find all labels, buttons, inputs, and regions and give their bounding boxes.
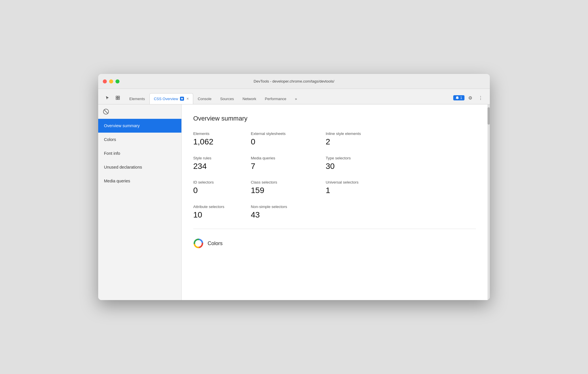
stat-inline-style-elements: Inline style elements 2 bbox=[326, 131, 401, 147]
stat-media-queries-value: 7 bbox=[251, 161, 326, 171]
sidebar-item-media-queries-label: Media queries bbox=[104, 179, 130, 183]
notifications-button[interactable]: 1 bbox=[453, 95, 464, 100]
devtools-body: Overview summary Colors Font info Unused… bbox=[98, 104, 490, 300]
stat-attribute-selectors-label: Attribute selectors bbox=[193, 205, 251, 209]
stat-universal-selectors-value: 1 bbox=[326, 186, 401, 195]
toolbar-left bbox=[100, 93, 125, 104]
svg-rect-3 bbox=[118, 98, 120, 100]
tab-network-label: Network bbox=[242, 97, 256, 101]
tab-css-overview-label: CSS Overview bbox=[154, 97, 178, 101]
tab-performance[interactable]: Performance bbox=[261, 93, 290, 104]
stat-external-stylesheets: External stylesheets 0 bbox=[251, 131, 326, 147]
sidebar-item-font-info-label: Font info bbox=[104, 151, 120, 156]
stat-class-selectors: Class selectors 159 bbox=[251, 180, 326, 195]
tab-network[interactable]: Network bbox=[238, 93, 260, 104]
stat-non-simple-selectors-label: Non-simple selectors bbox=[251, 205, 326, 209]
inspect-icon[interactable] bbox=[113, 93, 122, 102]
colors-section: Colors bbox=[193, 238, 476, 254]
stat-id-selectors-label: ID selectors bbox=[193, 180, 251, 184]
stats-grid: Elements 1,062 External stylesheets 0 In… bbox=[193, 131, 476, 220]
block-icon bbox=[103, 108, 109, 115]
sidebar-item-colors-label: Colors bbox=[104, 137, 116, 142]
tab-sources-label: Sources bbox=[220, 97, 234, 101]
main-content: Overview summary Elements 1,062 External… bbox=[182, 104, 488, 265]
sidebar-item-overview-summary-label: Overview summary bbox=[104, 123, 140, 128]
notifications-count: 1 bbox=[460, 96, 462, 100]
tab-console[interactable]: Console bbox=[194, 93, 216, 104]
stat-id-selectors-value: 0 bbox=[193, 186, 251, 195]
tabs-bar: Elements CSS Overview ✕ Console Sources … bbox=[98, 89, 490, 104]
cursor-icon[interactable] bbox=[103, 93, 112, 102]
tab-more[interactable]: » bbox=[291, 93, 301, 104]
window-title: DevTools - developer.chrome.com/tags/dev… bbox=[254, 79, 334, 83]
scrollbar-track[interactable] bbox=[488, 104, 490, 300]
page-title: Overview summary bbox=[193, 115, 476, 122]
sidebar: Overview summary Colors Font info Unused… bbox=[98, 104, 182, 300]
title-bar: DevTools - developer.chrome.com/tags/dev… bbox=[98, 74, 490, 89]
stat-media-queries: Media queries 7 bbox=[251, 156, 326, 171]
stat-inline-style-elements-label: Inline style elements bbox=[326, 131, 401, 136]
browser-window: DevTools - developer.chrome.com/tags/dev… bbox=[98, 74, 490, 300]
css-overview-icon bbox=[180, 97, 184, 101]
stat-attribute-selectors: Attribute selectors 10 bbox=[193, 205, 251, 220]
traffic-lights bbox=[98, 79, 120, 83]
stat-attribute-selectors-value: 10 bbox=[193, 210, 251, 220]
sidebar-item-unused-declarations[interactable]: Unused declarations bbox=[98, 160, 181, 174]
stat-universal-selectors-label: Universal selectors bbox=[326, 180, 401, 184]
svg-rect-2 bbox=[116, 98, 117, 100]
stat-elements-value: 1,062 bbox=[193, 137, 251, 147]
tab-elements-label: Elements bbox=[129, 97, 145, 101]
tab-elements[interactable]: Elements bbox=[125, 93, 149, 104]
more-options-icon[interactable]: ⋮ bbox=[476, 93, 485, 102]
stat-style-rules-value: 234 bbox=[193, 161, 251, 171]
stat-universal-selectors: Universal selectors 1 bbox=[326, 180, 401, 195]
stat-elements-label: Elements bbox=[193, 131, 251, 136]
stat-media-queries-label: Media queries bbox=[251, 156, 326, 160]
toolbar-right: 1 ⚙ ⋮ bbox=[453, 93, 488, 104]
colors-ring-icon bbox=[193, 238, 204, 249]
svg-rect-1 bbox=[118, 96, 120, 98]
sidebar-item-overview-summary[interactable]: Overview summary bbox=[98, 119, 181, 133]
sidebar-item-colors[interactable]: Colors bbox=[98, 133, 181, 146]
close-button[interactable] bbox=[103, 79, 107, 83]
tab-performance-label: Performance bbox=[265, 97, 286, 101]
sidebar-nav: Overview summary Colors Font info Unused… bbox=[98, 119, 181, 188]
tab-css-overview[interactable]: CSS Overview ✕ bbox=[149, 93, 193, 104]
stat-external-stylesheets-label: External stylesheets bbox=[251, 131, 326, 136]
stat-external-stylesheets-value: 0 bbox=[251, 137, 326, 147]
tab-close-icon[interactable]: ✕ bbox=[186, 97, 189, 101]
sidebar-item-unused-declarations-label: Unused declarations bbox=[104, 165, 142, 169]
stat-type-selectors-value: 30 bbox=[326, 161, 401, 171]
stat-non-simple-selectors-value: 43 bbox=[251, 210, 326, 220]
minimize-button[interactable] bbox=[109, 79, 113, 83]
tab-sources[interactable]: Sources bbox=[216, 93, 238, 104]
stat-style-rules-label: Style rules bbox=[193, 156, 251, 160]
sidebar-item-media-queries[interactable]: Media queries bbox=[98, 174, 181, 188]
maximize-button[interactable] bbox=[115, 79, 120, 83]
stat-non-simple-selectors: Non-simple selectors 43 bbox=[251, 205, 326, 220]
stat-type-selectors-label: Type selectors bbox=[326, 156, 401, 160]
stat-class-selectors-value: 159 bbox=[251, 186, 326, 195]
settings-icon[interactable]: ⚙ bbox=[466, 93, 475, 102]
sidebar-item-font-info[interactable]: Font info bbox=[98, 146, 181, 160]
stat-id-selectors: ID selectors 0 bbox=[193, 180, 251, 195]
svg-line-5 bbox=[104, 110, 108, 114]
colors-section-label: Colors bbox=[208, 241, 223, 247]
stat-class-selectors-label: Class selectors bbox=[251, 180, 326, 184]
section-divider bbox=[193, 229, 476, 229]
svg-rect-0 bbox=[116, 96, 117, 98]
stat-inline-style-elements-value: 2 bbox=[326, 137, 401, 147]
tab-more-label: » bbox=[295, 97, 297, 101]
stat-style-rules: Style rules 234 bbox=[193, 156, 251, 171]
tab-console-label: Console bbox=[198, 97, 212, 101]
scrollbar-thumb[interactable] bbox=[488, 107, 490, 125]
main-panel: Overview summary Elements 1,062 External… bbox=[182, 104, 488, 300]
stat-elements: Elements 1,062 bbox=[193, 131, 251, 147]
sidebar-header bbox=[98, 104, 181, 119]
stat-type-selectors: Type selectors 30 bbox=[326, 156, 401, 171]
